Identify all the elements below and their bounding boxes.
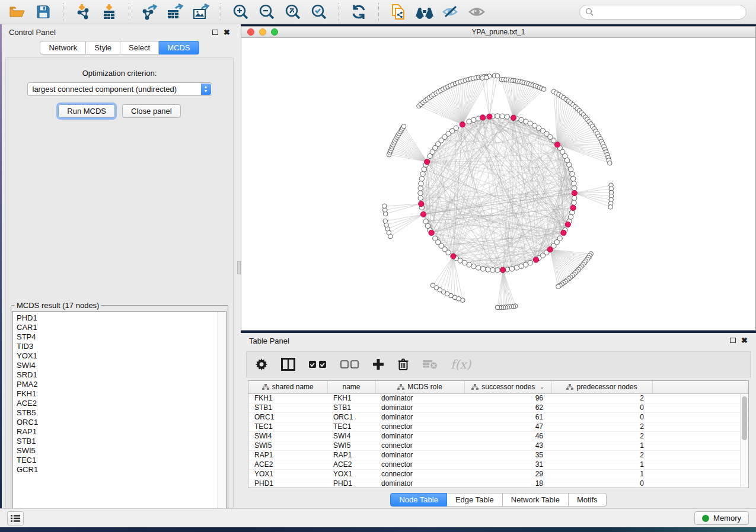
table-panel: Table Panel ✖ [241,333,756,508]
toolbar-separator [129,3,129,21]
mcds-result-item[interactable]: TEC1 [17,456,226,465]
attribute-type-icon [566,384,573,390]
gear-icon [255,358,268,371]
table-settings-button[interactable] [255,358,268,371]
select-all-button[interactable] [308,360,327,368]
import-table-button[interactable] [98,2,120,21]
mcds-result-item[interactable]: SWI4 [17,361,226,370]
delete-table-button[interactable] [422,360,438,369]
task-history-button[interactable] [7,511,24,525]
tab-select[interactable]: Select [120,41,159,55]
table-row[interactable]: ACE2ACE2connector311 [248,460,748,469]
zoom-out-button[interactable] [256,2,278,21]
table-row[interactable]: ORC1ORC1dominator610 [248,412,748,422]
delete-table-icon [422,360,438,369]
optimization-criterion-select[interactable]: largest connected component (undirected)… [27,82,212,96]
mcds-result-item[interactable]: SWI5 [17,446,226,456]
tab-mcds[interactable]: MCDS [159,41,199,55]
mcds-result-item[interactable]: GCR1 [17,465,226,475]
table-row[interactable]: RAP1RAP1dominator352 [248,450,748,460]
table-row[interactable]: TEC1TEC1connector472 [248,422,748,431]
table-row[interactable]: YOX1YOX1connector291 [248,469,748,479]
close-panel-icon[interactable]: ✖ [224,30,230,35]
mcds-result-item[interactable]: SRD1 [17,370,226,380]
close-panel-button[interactable]: Close panel [122,104,181,118]
mcds-result-item[interactable]: RAP1 [17,427,226,437]
mcds-result-item[interactable]: PHD1 [17,313,226,323]
attribute-type-icon [397,384,404,390]
list-icon [10,514,21,523]
mcds-result-item[interactable]: ORC1 [17,418,226,427]
export-network-button[interactable] [138,2,160,21]
function-builder-button[interactable]: f(x) [451,357,471,371]
tab-style[interactable]: Style [86,41,120,55]
tab-network[interactable]: Network [40,41,86,55]
table-row[interactable]: FKH1FKH1dominator962 [248,393,748,403]
open-file-button[interactable] [6,2,28,21]
result-list-scrollbar[interactable] [218,312,226,519]
show-all-button[interactable] [465,2,488,21]
close-table-panel-icon[interactable]: ✖ [741,338,748,343]
table-tab-network-table[interactable]: Network Table [503,493,569,507]
show-columns-button[interactable] [281,358,295,371]
table-row[interactable]: SWI4SWI4dominator462 [248,431,748,441]
zoom-in-button[interactable] [229,2,252,21]
mcds-result-item[interactable]: STP4 [17,332,226,342]
table-tab-motifs[interactable]: Motifs [569,493,607,507]
mcds-result-item[interactable]: STB1 [17,437,226,446]
mcds-result-list[interactable]: PHD1CAR1STP4TID3YOX1SWI4SRD1PMA2FKH1ACE2… [12,311,227,520]
import-network-button[interactable] [72,2,94,21]
column-header-successor-nodes[interactable]: successor nodes⌄ [464,381,551,393]
new-network-from-selection-button[interactable] [387,2,410,21]
mcds-result-item[interactable]: TID3 [17,342,226,351]
control-panel-titlebar: Control Panel ✖ [2,24,237,40]
column-header-MCDS-role[interactable]: MCDS role [375,381,464,393]
scrollbar-thumb[interactable] [742,396,747,440]
network-canvas[interactable] [241,38,755,330]
table-vertical-scrollbar[interactable] [740,394,748,487]
search-input[interactable] [579,5,747,20]
save-session-button[interactable] [32,2,55,21]
float-table-panel-icon[interactable] [730,338,736,343]
float-panel-icon[interactable] [212,30,218,35]
zoom-out-icon [259,4,275,20]
add-column-button[interactable] [372,358,384,370]
mcds-result-item[interactable]: ACE2 [17,399,226,408]
mcds-result-item[interactable]: STB5 [17,408,226,418]
table-row[interactable]: PHD1PHD1dominator180 [248,479,748,488]
export-table-icon [166,4,184,20]
deselect-all-button[interactable] [340,360,359,368]
mcds-result-item[interactable]: FKH1 [17,389,226,399]
node-table-grid[interactable]: shared namenameMCDS rolesuccessor nodes⌄… [248,381,748,489]
mcds-result-item[interactable]: CAR1 [17,323,226,332]
copy-network-icon [390,3,407,21]
mcds-result-item[interactable]: PMA2 [17,380,226,389]
table-panel-title: Table Panel [249,336,289,345]
checked-boxes-icon [308,360,327,368]
column-header-name[interactable]: name [327,381,375,393]
memory-button[interactable]: Memory [694,511,749,525]
zoom-fit-button[interactable] [282,2,304,21]
network-graph [241,38,755,330]
save-icon [36,5,50,19]
delete-column-button[interactable] [397,358,409,371]
zoom-fit-icon [285,4,301,20]
table-row[interactable]: STB1STB1dominator620 [248,403,748,412]
column-header-predecessor-nodes[interactable]: predecessor nodes [551,381,652,393]
table-row[interactable]: SWI5SWI5connector431 [248,441,748,450]
mcds-result-item[interactable]: YOX1 [17,351,226,361]
table-tab-edge-table[interactable]: Edge Table [447,493,503,507]
memory-label: Memory [713,514,741,523]
hide-selected-button[interactable] [439,2,462,21]
network-window-title: YPA_prune.txt_1 [241,28,755,36]
run-mcds-button[interactable]: Run MCDS [58,104,115,118]
table-tab-node-table[interactable]: Node Table [390,493,447,507]
zoom-selected-button[interactable] [308,2,330,21]
refresh-layout-button[interactable] [347,2,370,21]
first-neighbors-button[interactable] [413,2,436,21]
network-window-titlebar[interactable]: YPA_prune.txt_1 [241,27,755,38]
open-folder-icon [9,5,25,18]
export-image-button[interactable] [190,2,212,21]
column-header-shared-name[interactable]: shared name [248,381,327,393]
export-table-button[interactable] [164,2,186,21]
